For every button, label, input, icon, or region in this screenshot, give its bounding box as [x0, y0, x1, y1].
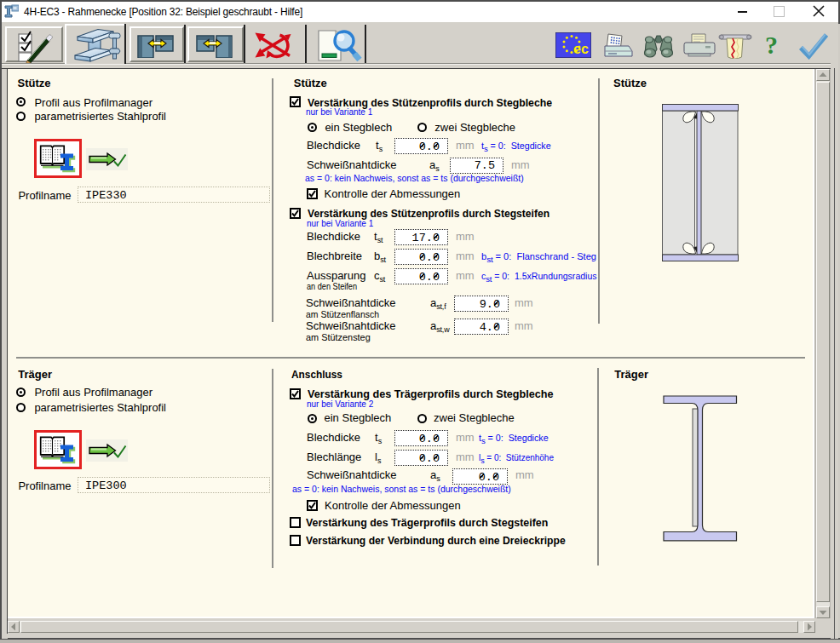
svg-text:ec: ec: [573, 42, 589, 56]
